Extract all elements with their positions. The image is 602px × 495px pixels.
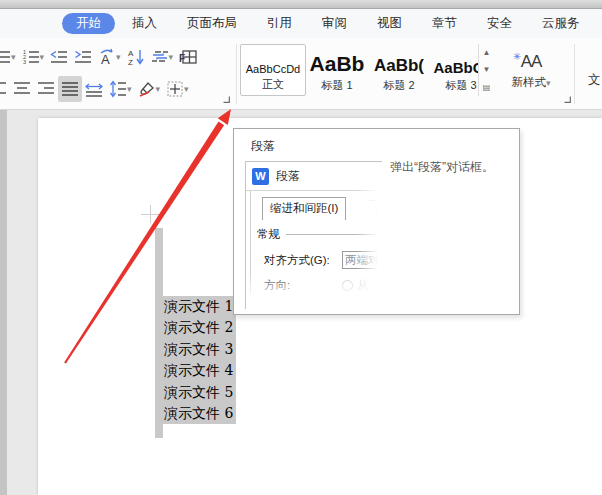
decrease-indent-icon [50,48,68,66]
tab-section[interactable]: 章节 [417,13,472,34]
styles-dialog-launcher[interactable] [560,92,574,106]
style-preview: AaBbC( [434,59,479,76]
svg-text:F: F [179,53,185,64]
paragraph-row-2: ▾ ▾ ▾ [0,74,236,104]
preview-direction-row: 方向: 从 [257,278,382,293]
ribbon-tab-bar: 开始 插入 页面布局 引用 审阅 视图 章节 安全 云服务 [0,9,602,38]
line-break-icon [151,48,169,66]
doc-line[interactable]: 演示文件 6 [163,403,236,424]
decrease-indent-button[interactable] [47,44,71,70]
document-text-block[interactable]: 演示文件 1 演示文件 2 演示文件 3 演示文件 4 演示文件 5 演示文件 … [163,296,236,424]
text-effect-icon: A [98,48,116,66]
preview-tabstrip: 缩进和间距(I) 换 [257,197,382,220]
tab-page-layout[interactable]: 页面布局 [172,13,252,34]
dropdown-caret-icon: ▾ [40,52,45,62]
paragraph-group: ▾ 123 ▾ A ▾ AZ ▾ F [0,38,236,110]
preview-tab-next: 换 [369,200,382,220]
svg-text:A: A [101,52,110,66]
doc-line[interactable]: 演示文件 4 [163,360,236,381]
doc-line[interactable]: 演示文件 3 [163,339,236,360]
align-center-icon [13,80,31,98]
numbering-icon: 123 [22,48,40,66]
tab-security[interactable]: 安全 [472,13,527,34]
style-label: 标题 3 [445,78,476,93]
doc-line[interactable]: 演示文件 5 [163,382,236,403]
text-effect-button[interactable]: A ▾ [95,44,124,70]
dialog-launcher-icon [221,94,231,104]
gallery-scroll-down-button[interactable]: ▼ [479,61,494,78]
dropdown-caret-icon: ▾ [116,52,121,62]
shading-button[interactable]: ▾ [135,76,164,102]
doc-line[interactable]: 演示文件 2 [163,317,236,338]
preview-titlebar: W 段落 [246,162,382,191]
distribute-button[interactable] [82,76,106,102]
svg-text:Z: Z [128,58,133,66]
tab-cloud[interactable]: 云服务 [527,13,595,34]
bullets-button[interactable]: ▾ [0,44,19,70]
align-left-icon [0,80,7,98]
doc-line[interactable]: 演示文件 1 [163,296,236,317]
numbering-button[interactable]: 123 ▾ [19,44,48,70]
style-entry-body[interactable]: AaBbCcDd 正文 [240,44,306,96]
dropdown-caret-icon: ▾ [156,84,161,94]
canvas-left-strip [0,110,7,495]
tab-home[interactable]: 开始 [62,13,115,34]
wps-logo-icon: W [252,168,269,185]
alignment-label: 对齐方式(G): [264,253,342,268]
alignment-dropdown: 两端对齐 [342,251,382,269]
line-break-settings-button[interactable]: ▾ [148,44,177,70]
increase-indent-icon [74,48,92,66]
align-right-icon [37,80,55,98]
paragraph-dialog-preview: W 段落 缩进和间距(I) 换 常规 对齐方式(G): 两端对齐 方向: [245,161,382,309]
align-right-button[interactable] [34,76,58,102]
dropdown-caret-icon: ▾ [184,84,189,94]
style-gallery: AaBbCcDd 正文 AaBb 标题 1 AaBb( 标题 2 AaBbC( … [240,44,478,98]
preview-alignment-row: 对齐方式(G): 两端对齐 [257,251,382,269]
dropdown-caret-icon: ▾ [11,52,16,62]
dropdown-caret-icon: ▾ [169,52,174,62]
radio-icon [342,280,353,291]
margin-corner-mark [150,205,151,223]
text-tool-button[interactable]: 文 [588,72,601,89]
align-left-button[interactable] [0,76,10,102]
gallery-scroll-up-button[interactable]: ▲ [479,44,494,61]
distribute-icon [85,80,103,98]
line-spacing-button[interactable]: ▾ [106,76,135,102]
style-label: 正文 [262,77,284,92]
style-entry-heading1[interactable]: AaBb 标题 1 [306,44,368,96]
new-style-button[interactable]: ✳ AA 新样式▾ [502,42,560,100]
section-divider [286,234,380,235]
tab-review[interactable]: 审阅 [307,13,362,34]
increase-indent-button[interactable] [71,44,95,70]
tab-insert[interactable]: 插入 [117,13,172,34]
style-entry-heading3[interactable]: AaBbC( 标题 3 [430,44,478,96]
ribbon: ▾ 123 ▾ A ▾ AZ ▾ F [0,38,602,110]
justify-icon [61,80,79,98]
align-center-button[interactable] [10,76,34,102]
borders-icon [166,80,184,98]
gallery-more-button[interactable]: ▤ [479,79,494,96]
preview-tab-indents-spacing: 缩进和间距(I) [262,197,346,220]
justify-button[interactable] [58,76,82,102]
tab-references[interactable]: 引用 [252,13,307,34]
borders-button[interactable]: ▾ [163,76,192,102]
tab-view[interactable]: 视图 [362,13,417,34]
style-entry-heading2[interactable]: AaBb( 标题 2 [368,44,430,96]
svg-text:3: 3 [23,59,26,65]
tooltip-description: 弹出“段落”对话框。 [390,159,514,176]
paragraph-row-1: ▾ 123 ▾ A ▾ AZ ▾ F [0,42,236,72]
style-label: 标题 1 [321,78,352,93]
sort-button[interactable]: AZ [124,44,148,70]
preview-window-title: 段落 [276,168,300,185]
preview-general-section: 常规 [257,227,382,242]
paragraph-dialog-launcher[interactable] [219,92,233,106]
group-separator [574,44,575,104]
style-preview: AaBb [310,52,365,76]
document-canvas: 演示文件 1 演示文件 2 演示文件 3 演示文件 4 演示文件 5 演示文件 … [0,110,602,495]
tab-stops-button[interactable]: F [176,44,200,70]
selection-paragraph-marks [155,228,163,438]
group-separator [236,44,237,104]
tooltip-title: 段落 [251,138,275,155]
sort-az-icon: AZ [127,48,145,66]
style-preview: AaBb( [374,56,424,76]
